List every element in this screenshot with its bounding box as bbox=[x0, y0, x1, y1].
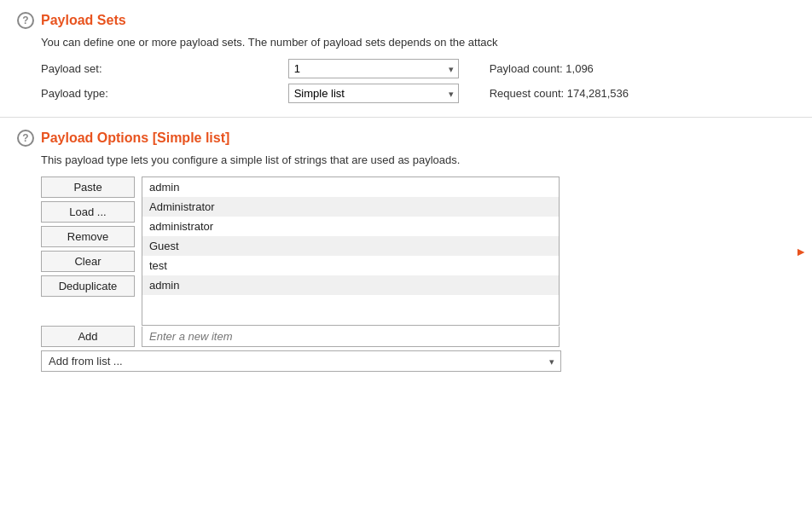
list-buttons: Paste Load ... Remove Clear Deduplicate bbox=[41, 176, 135, 326]
list-item[interactable]: test bbox=[142, 256, 559, 275]
payload-count-stat: Payload count: 1,096 bbox=[490, 62, 795, 75]
payload-set-select[interactable]: 1 2 3 bbox=[288, 59, 459, 78]
list-item[interactable]: admin bbox=[142, 177, 559, 197]
payload-sets-description: You can define one or more payload sets.… bbox=[41, 36, 795, 49]
payload-options-help-icon[interactable]: ? bbox=[17, 130, 34, 147]
payload-sets-help-icon[interactable]: ? bbox=[17, 12, 34, 29]
payload-options-title: Payload Options [Simple list] bbox=[41, 130, 229, 146]
clear-button[interactable]: Clear bbox=[41, 251, 135, 272]
payload-sets-section: ? Payload Sets You can define one or mor… bbox=[0, 0, 812, 118]
payload-set-select-wrapper: 1 2 3 bbox=[288, 59, 459, 78]
add-from-list-select[interactable]: Add from list ... Names Passwords Userna… bbox=[41, 350, 561, 372]
add-from-list-row: Add from list ... Names Passwords Userna… bbox=[41, 350, 795, 372]
add-btn-wrapper: Add bbox=[41, 326, 135, 347]
payload-type-select-wrapper: Simple list Runtime file Custom iterator… bbox=[288, 84, 459, 103]
add-from-list-select-wrapper: Add from list ... Names Passwords Userna… bbox=[41, 350, 561, 372]
list-item[interactable]: Guest bbox=[142, 236, 559, 256]
list-item[interactable]: Administrator bbox=[142, 197, 559, 217]
payload-options-section: ? Payload Options [Simple list] This pay… bbox=[0, 118, 812, 389]
list-area: Paste Load ... Remove Clear Deduplicate … bbox=[41, 176, 795, 326]
list-item[interactable]: admin bbox=[142, 275, 559, 295]
deduplicate-button[interactable]: Deduplicate bbox=[41, 275, 135, 297]
payload-options-description: This payload type lets you configure a s… bbox=[41, 153, 795, 166]
list-item[interactable]: administrator bbox=[142, 217, 559, 236]
payload-set-label: Payload set: bbox=[41, 62, 275, 75]
add-input-row: Add bbox=[41, 326, 795, 347]
payload-type-select[interactable]: Simple list Runtime file Custom iterator… bbox=[288, 84, 459, 103]
list-box[interactable]: admin Administrator administrator Guest … bbox=[142, 176, 560, 326]
payload-fields: Payload set: 1 2 3 Payload count: 1,096 … bbox=[41, 59, 795, 103]
remove-button[interactable]: Remove bbox=[41, 226, 135, 247]
page-container: ? Payload Sets You can define one or mor… bbox=[0, 0, 812, 515]
load-button[interactable]: Load ... bbox=[41, 201, 135, 223]
scroll-indicator: ► bbox=[795, 245, 807, 258]
add-button[interactable]: Add bbox=[41, 326, 135, 347]
request-count-stat: Request count: 174,281,536 bbox=[490, 87, 795, 100]
payload-type-label: Payload type: bbox=[41, 87, 275, 100]
payload-options-header: ? Payload Options [Simple list] bbox=[17, 130, 795, 147]
add-item-input[interactable] bbox=[142, 327, 560, 347]
payload-sets-title: Payload Sets bbox=[41, 13, 126, 28]
paste-button[interactable]: Paste bbox=[41, 176, 135, 198]
list-container: admin Administrator administrator Guest … bbox=[142, 176, 795, 326]
payload-sets-header: ? Payload Sets bbox=[17, 12, 795, 29]
